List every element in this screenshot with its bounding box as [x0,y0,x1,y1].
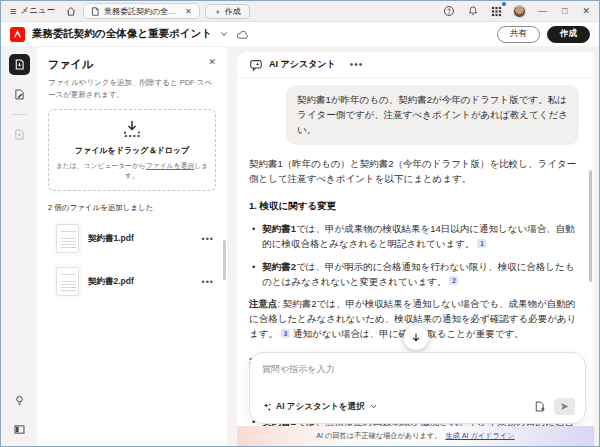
files-added-message: 2 個のファイルを追加しました [48,203,216,213]
document-tab[interactable]: 業務委託契約の全体... ✕ [83,3,200,19]
share-button[interactable]: 共有 [497,26,540,43]
citation-badge[interactable]: 1 [477,239,486,248]
file-list: 契約書1.pdf•••契約書2.pdf••• [48,217,216,303]
user-message-bubble: 契約書1が昨年のもの、契約書2が今年のドラフト版です。私はライター側ですが、注意… [286,85,579,145]
dropzone-hint: または、コンピューターからファイルを選択します。 [53,161,211,181]
add-document-icon[interactable] [533,400,546,413]
disclaimer-text: AI の回答は不正確な場合があります。 [316,431,441,441]
response-paragraph: 契約書1（昨年のもの）と契約書2（今年のドラフト版）を比較し、ライター側として注… [249,156,577,186]
rail-divider [11,114,27,115]
file-panel-close-icon[interactable]: ✕ [208,57,216,67]
title-chevron-down-icon[interactable] [219,29,229,39]
menu-label: メニュー [20,5,55,17]
file-more-options-icon[interactable]: ••• [202,277,214,287]
tab-close-icon[interactable]: ✕ [184,7,193,16]
chat-title: AI アシスタント [269,58,336,71]
bullet-dot: • [252,221,255,251]
response-heading: 1. 検収に関する変更 [249,198,577,213]
panel-toggle-icon[interactable] [9,419,30,440]
citation-badge[interactable]: 2 [449,276,458,285]
file-name: 契約書2.pdf [88,276,134,288]
upload-icon [121,119,143,139]
assistant-selector-label: AI アシスタントを選択 [276,401,365,413]
response-bullet: •契約書2では、甲が明示的に合格通知を行わない限り、検収に合格したものとはみなさ… [249,259,577,289]
bullet-dot: • [252,259,255,289]
left-rail [1,47,37,446]
prompt-input-card: AI アシスタントを選択 [249,352,586,424]
bullet-text: 契約書1では、甲が成果物の検収結果を14日以内に通知しない場合、自動的に検収合格… [262,221,577,251]
notification-dot [502,2,506,6]
chat-header: AI アシスタント ••• [237,52,594,77]
chat-more-options-icon[interactable]: ••• [350,59,364,70]
file-panel-scrollbar[interactable] [223,240,226,280]
dropzone-title: ファイルをドラッグ＆ドロップ [75,145,189,156]
spaces-files-icon[interactable] [9,54,30,75]
window-close-icon[interactable]: ✕ [579,6,593,16]
lightbulb-icon[interactable] [9,390,30,411]
prompt-input[interactable] [262,363,573,389]
panel-gap [227,47,237,446]
ai-disclaimer-footer: AI の回答は不正確な場合があります。 生成 AI ガイドライン [237,426,594,446]
plus-icon: ＋ [214,6,222,17]
response-bullet: •契約書1では、甲が成果物の検収結果を14日以内に通知しない場合、自動的に検収合… [249,221,577,251]
guidelines-link[interactable]: 生成 AI ガイドライン [445,431,514,441]
send-icon [559,401,570,412]
scroll-down-button[interactable] [403,325,428,350]
home-icon[interactable] [63,4,78,19]
hamburger-icon: ≡ [10,6,16,17]
toolbar: 業務委託契約の全体像と重要ポイント 共有 作成 [1,22,599,46]
file-dropzone[interactable]: ファイルをドラッグ＆ドロップ または、コンピューターからファイルを選択します。 [48,109,216,191]
assistant-selector[interactable]: AI アシスタントを選択 [262,401,378,413]
maximize-icon[interactable]: □ [559,6,570,16]
tab-title: 業務委託契約の全体... [104,6,180,17]
notifications-bell-icon[interactable] [465,4,480,19]
file-panel: ファイル ✕ ファイルやリンクを追加、削除すると PDF スペースが更新されます… [37,47,227,446]
file-row[interactable]: 契約書2.pdf••• [48,260,216,303]
file-panel-title: ファイル [48,57,93,72]
new-tab-label: 作成 [225,6,241,17]
user-avatar[interactable] [513,5,526,18]
tab-document-icon [90,6,100,17]
ai-document-icon-disabled [9,124,30,145]
file-thumbnail [56,267,79,296]
new-tab-button[interactable]: ＋ 作成 [205,4,250,19]
menu-button[interactable]: ≡ メニュー [7,4,58,18]
edit-document-icon[interactable] [9,84,30,105]
chat-scrollbar[interactable] [589,170,592,282]
file-more-options-icon[interactable]: ••• [202,234,214,244]
document-title: 業務委託契約の全体像と重要ポイント [32,27,212,41]
titlebar: ≡ メニュー 業務委託契約の全体... ✕ ＋ 作成 [1,1,599,22]
select-file-link[interactable]: ファイルを選択 [146,162,194,169]
create-button[interactable]: 作成 [547,26,590,43]
selector-chevron-down-icon [369,402,378,411]
file-panel-description: ファイルやリンクを追加、削除すると PDF スペースが更新されます。 [48,77,216,100]
file-row[interactable]: 契約書1.pdf••• [48,217,216,260]
cloud-icon[interactable] [236,29,249,40]
acrobat-window: ≡ メニュー 業務委託契約の全体... ✕ ＋ 作成 [0,0,600,447]
minimize-icon[interactable]: — [535,6,550,16]
ai-assistant-panel: AI アシスタント ••• 契約書1が昨年のもの、契約書2が今年のドラフト版です… [237,52,594,446]
apps-grid-icon[interactable] [489,4,504,19]
file-name: 契約書1.pdf [88,233,134,245]
acrobat-logo [10,27,25,42]
citation-badge[interactable]: 3 [281,329,290,338]
ai-assistant-icon [249,58,263,72]
send-button[interactable] [554,398,575,415]
help-icon[interactable] [441,4,456,19]
sparkle-icon [262,402,272,412]
bullet-text: 契約書2では、甲が明示的に合格通知を行わない限り、検収に合格したものとはみなされ… [262,259,577,289]
file-thumbnail [56,224,79,253]
